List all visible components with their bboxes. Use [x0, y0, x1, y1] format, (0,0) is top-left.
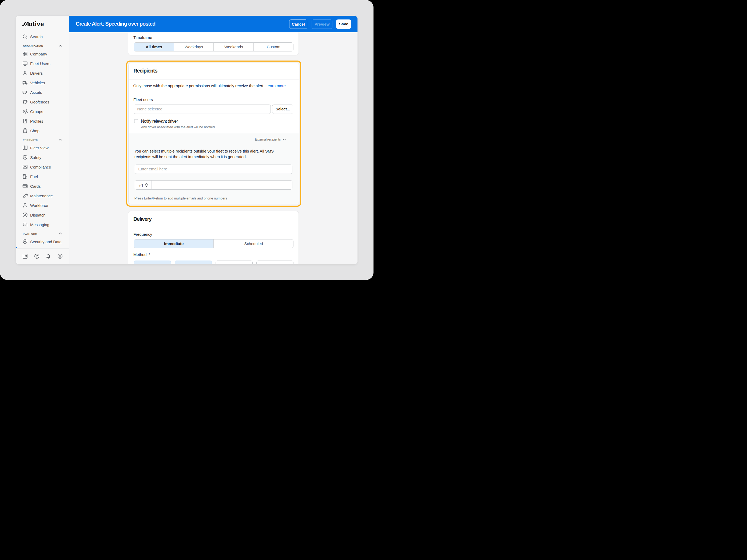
svg-text:otive: otive: [29, 21, 44, 27]
